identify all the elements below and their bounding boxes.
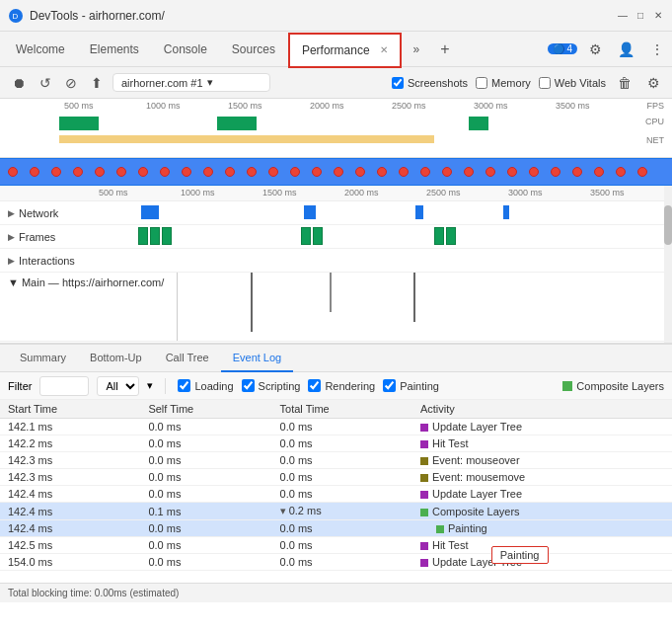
frame-bar-3: [162, 227, 172, 245]
tab-sources-label: Sources: [232, 42, 275, 56]
cell-start-time: 142.2 ms: [0, 435, 140, 452]
tab-event-log[interactable]: Event Log: [221, 345, 294, 372]
scripting-checkbox[interactable]: [242, 379, 255, 392]
expand-arrow[interactable]: ▾: [280, 505, 289, 516]
perf-settings-button[interactable]: ⚙: [643, 71, 664, 95]
track-tick-3500: 3500 ms: [590, 188, 625, 198]
tab-bottom-up[interactable]: Bottom-Up: [78, 345, 154, 372]
screenshot-dot-20: [420, 167, 430, 177]
cell-total-time: 0.0 ms: [272, 554, 412, 571]
screenshot-dot-14: [290, 167, 300, 177]
table-row[interactable]: 142.4 ms0.0 ms0.0 msPaintingPainting: [0, 520, 672, 537]
fps-block-3: [469, 117, 488, 130]
activity-icon: [420, 491, 428, 499]
cell-activity: Event: mousemove: [412, 469, 672, 486]
filter-dropdown[interactable]: All: [97, 376, 139, 396]
screenshots-label: Screenshots: [408, 77, 468, 89]
loading-checkbox[interactable]: [178, 379, 190, 392]
painting-checkbox-group[interactable]: Painting: [383, 379, 439, 392]
interactions-expand-arrow[interactable]: ▶: [8, 256, 15, 266]
table-row[interactable]: 142.3 ms0.0 ms0.0 msEvent: mouseover: [0, 452, 672, 469]
cell-total-time: 0.0 ms: [272, 486, 412, 503]
table-row[interactable]: 142.4 ms0.0 ms0.0 msUpdate Layer Tree: [0, 486, 672, 503]
tab-more[interactable]: »: [402, 32, 433, 67]
table-row[interactable]: 142.4 ms0.1 ms▾ 0.2 msComposite Layers: [0, 503, 672, 520]
toolbar-left: ⏺ ↺ ⊘ ⬆ airhorner.com #1 ▾: [8, 71, 270, 95]
screenshot-dot-30: [637, 167, 647, 177]
memory-checkbox-group[interactable]: Memory: [476, 77, 531, 89]
screenshot-dot-29: [616, 167, 626, 177]
painting-checkbox[interactable]: [383, 379, 396, 392]
main-bar-v4: [413, 273, 415, 322]
table-row[interactable]: 142.5 ms0.0 ms0.0 msHit Test: [0, 537, 672, 554]
profile-button[interactable]: 👤: [614, 38, 638, 61]
title-bar-text: DevTools - airhorner.com/: [30, 9, 611, 23]
close-button[interactable]: ✕: [652, 10, 664, 22]
frames-expand-arrow[interactable]: ▶: [8, 232, 15, 242]
record-button[interactable]: ⏺: [8, 71, 30, 95]
tab-performance-close[interactable]: ✕: [380, 44, 388, 55]
filter-input[interactable]: [39, 376, 89, 396]
maximize-button[interactable]: □: [635, 10, 646, 22]
screenshot-dot-25: [529, 167, 539, 177]
frames-track-label: Frames: [19, 231, 55, 243]
tab-sources[interactable]: Sources: [220, 32, 288, 67]
reload-record-button[interactable]: ↺: [36, 71, 55, 95]
trash-button[interactable]: 🗑: [614, 71, 635, 95]
tab-summary[interactable]: Summary: [8, 345, 78, 372]
frame-bar-6: [434, 227, 444, 245]
composite-layers-legend: Composite Layers: [562, 380, 664, 392]
scripting-checkbox-group[interactable]: Scripting: [242, 379, 301, 392]
screenshot-dot-27: [572, 167, 582, 177]
rendering-checkbox-group[interactable]: Rendering: [308, 379, 375, 392]
clear-button[interactable]: ⊘: [61, 71, 81, 95]
screenshot-dot-2: [30, 167, 39, 177]
upload-button[interactable]: ⬆: [87, 71, 107, 95]
cell-start-time: 142.5 ms: [0, 537, 140, 554]
col-total-time: Total Time: [272, 400, 412, 419]
frames-bars: [59, 225, 672, 248]
interactions-track: ▶ Interactions: [0, 249, 672, 273]
table-row[interactable]: 142.2 ms0.0 ms0.0 msHit Test: [0, 435, 672, 452]
tab-bar-right: 🔵 4 ⚙ 👤 ⋮: [548, 38, 668, 61]
screenshot-dot-6: [116, 167, 126, 177]
toolbar-right: Screenshots Memory Web Vitals 🗑 ⚙: [392, 71, 664, 95]
screenshot-dot-13: [268, 167, 278, 177]
tab-call-tree[interactable]: Call Tree: [154, 345, 221, 372]
url-text: airhorner.com #1: [121, 77, 203, 89]
timeline-overview: 500 ms 1000 ms 1500 ms 2000 ms 2500 ms 3…: [0, 99, 672, 158]
web-vitals-checkbox[interactable]: [539, 77, 551, 89]
fps-label: FPS: [646, 101, 664, 111]
timeline-scrollbar-thumb[interactable]: [664, 205, 672, 245]
tab-elements[interactable]: Elements: [78, 32, 152, 67]
memory-checkbox[interactable]: [476, 77, 487, 89]
activity-icon: [420, 509, 428, 516]
screenshot-dot-28: [594, 167, 604, 177]
table-row[interactable]: 142.1 ms0.0 ms0.0 msUpdate Layer Tree: [0, 419, 672, 435]
fps-bars: CPU: [0, 115, 672, 134]
screenshots-checkbox-group[interactable]: Screenshots: [392, 77, 468, 89]
minimize-button[interactable]: —: [617, 10, 629, 22]
settings-button[interactable]: ⚙: [585, 38, 606, 61]
url-dropdown-icon[interactable]: ▾: [207, 76, 213, 89]
add-tab-button[interactable]: +: [432, 40, 457, 58]
more-options-button[interactable]: ⋮: [646, 38, 668, 61]
table-header-row: Start Time Self Time Total Time Activity: [0, 400, 672, 419]
table-row[interactable]: 142.3 ms0.0 ms0.0 msEvent: mousemove: [0, 469, 672, 486]
table-row[interactable]: 154.0 ms0.0 ms0.0 msUpdate Layer Tree: [0, 554, 672, 571]
screenshots-checkbox[interactable]: [392, 77, 404, 89]
screenshot-dot-12: [247, 167, 257, 177]
cell-activity: PaintingPainting: [412, 520, 672, 537]
loading-checkbox-group[interactable]: Loading: [178, 379, 233, 392]
cell-start-time: 142.1 ms: [0, 419, 140, 435]
overview-ruler: 500 ms 1000 ms 1500 ms 2000 ms 2500 ms 3…: [0, 99, 672, 115]
network-expand-arrow[interactable]: ▶: [8, 208, 15, 218]
tab-welcome[interactable]: Welcome: [4, 32, 78, 67]
tab-elements-label: Elements: [90, 42, 139, 56]
cell-activity: Composite Layers: [412, 503, 672, 520]
event-log-table-container[interactable]: Start Time Self Time Total Time Activity…: [0, 400, 672, 583]
tab-console[interactable]: Console: [152, 32, 220, 67]
web-vitals-checkbox-group[interactable]: Web Vitals: [539, 77, 606, 89]
tab-performance[interactable]: Performance ✕: [288, 33, 402, 68]
rendering-checkbox[interactable]: [308, 379, 321, 392]
